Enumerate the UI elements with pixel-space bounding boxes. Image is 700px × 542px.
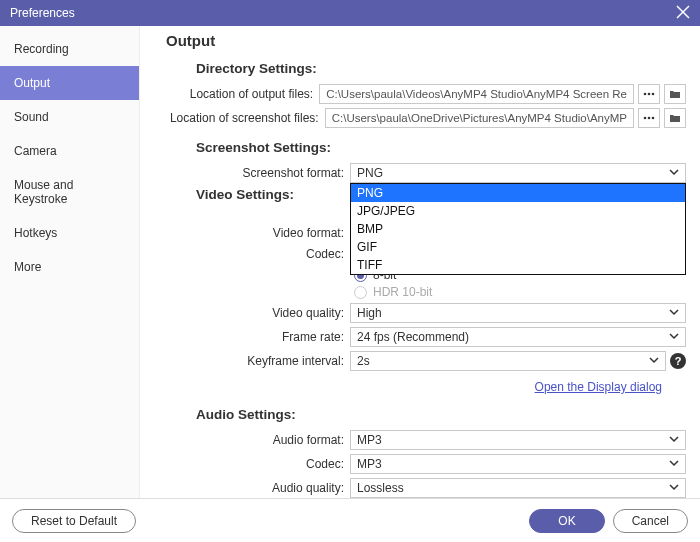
audio-format-label: Audio format: [154, 433, 350, 447]
video-quality-select[interactable]: High [350, 303, 686, 323]
sidebar-item-sound[interactable]: Sound [0, 100, 139, 134]
screenshot-path-label: Location of screenshot files: [154, 111, 325, 125]
audio-quality-label: Audio quality: [154, 481, 350, 495]
dropdown-option[interactable]: BMP [351, 220, 685, 238]
keyframe-help-button[interactable]: ? [670, 353, 686, 369]
audio-quality-select[interactable]: Lossless [350, 478, 686, 498]
window-title: Preferences [10, 6, 75, 20]
dropdown-option[interactable]: TIFF [351, 256, 685, 274]
chevron-down-icon [669, 481, 679, 495]
sidebar-item-camera[interactable]: Camera [0, 134, 139, 168]
frame-rate-label: Frame rate: [154, 330, 350, 344]
sidebar-item-hotkeys[interactable]: Hotkeys [0, 216, 139, 250]
screenshot-format-label: Screenshot format: [154, 166, 350, 180]
keyframe-interval-label: Keyframe interval: [154, 354, 350, 368]
svg-point-3 [648, 93, 651, 96]
svg-point-6 [648, 117, 651, 120]
section-screenshot: Screenshot Settings: [196, 140, 686, 155]
open-display-dialog-link[interactable]: Open the Display dialog [535, 380, 662, 394]
section-directory: Directory Settings: [196, 61, 686, 76]
sidebar-item-more[interactable]: More [0, 250, 139, 284]
video-codec-label: Codec: [154, 247, 350, 261]
output-path-field[interactable]: C:\Users\paula\Videos\AnyMP4 Studio\AnyM… [319, 84, 634, 104]
keyframe-interval-select[interactable]: 2s [350, 351, 666, 371]
ellipsis-icon [643, 88, 655, 100]
chevron-down-icon [669, 166, 679, 180]
ok-button[interactable]: OK [529, 509, 604, 533]
output-path-label: Location of output files: [154, 87, 319, 101]
main-panel: Output Directory Settings: Location of o… [140, 26, 700, 498]
sidebar: Recording Output Sound Camera Mouse and … [0, 26, 140, 498]
svg-point-4 [652, 93, 655, 96]
chevron-down-icon [649, 354, 659, 368]
chevron-down-icon [669, 457, 679, 471]
svg-point-7 [652, 117, 655, 120]
section-audio: Audio Settings: [196, 407, 686, 422]
video-quality-label: Video quality: [154, 306, 350, 320]
audio-quality-value: Lossless [357, 481, 404, 495]
sidebar-item-mouse-keystroke[interactable]: Mouse and Keystroke [0, 168, 139, 216]
dropdown-option[interactable]: GIF [351, 238, 685, 256]
dropdown-option[interactable]: JPG/JPEG [351, 202, 685, 220]
ellipsis-icon [643, 112, 655, 124]
footer: Reset to Default OK Cancel [0, 498, 700, 542]
page-title: Output [166, 32, 686, 49]
chevron-down-icon [669, 306, 679, 320]
output-path-more-button[interactable] [638, 84, 660, 104]
frame-rate-select[interactable]: 24 fps (Recommend) [350, 327, 686, 347]
svg-point-2 [644, 93, 647, 96]
titlebar: Preferences [0, 0, 700, 26]
close-button[interactable] [676, 5, 690, 22]
screenshot-format-select[interactable]: PNG [350, 163, 686, 183]
frame-rate-value: 24 fps (Recommend) [357, 330, 469, 344]
audio-codec-value: MP3 [357, 457, 382, 471]
sidebar-item-output[interactable]: Output [0, 66, 139, 100]
svg-point-5 [644, 117, 647, 120]
screenshot-format-value: PNG [357, 166, 383, 180]
video-format-label: Video format: [154, 226, 350, 240]
screenshot-path-field[interactable]: C:\Users\paula\OneDrive\Pictures\AnyMP4 … [325, 108, 634, 128]
cancel-button[interactable]: Cancel [613, 509, 688, 533]
chevron-down-icon [669, 433, 679, 447]
folder-icon [669, 88, 681, 100]
video-quality-value: High [357, 306, 382, 320]
chevron-down-icon [669, 330, 679, 344]
radio-hdr10bit[interactable]: HDR 10-bit [354, 285, 686, 299]
screenshot-path-more-button[interactable] [638, 108, 660, 128]
screenshot-path-folder-button[interactable] [664, 108, 686, 128]
sidebar-item-recording[interactable]: Recording [0, 32, 139, 66]
screenshot-format-dropdown: PNG JPG/JPEG BMP GIF TIFF [350, 183, 686, 275]
audio-codec-label: Codec: [154, 457, 350, 471]
output-path-folder-button[interactable] [664, 84, 686, 104]
audio-format-select[interactable]: MP3 [350, 430, 686, 450]
folder-icon [669, 112, 681, 124]
audio-format-value: MP3 [357, 433, 382, 447]
radio-hdr-label: HDR 10-bit [373, 285, 432, 299]
close-icon [676, 5, 690, 19]
keyframe-interval-value: 2s [357, 354, 370, 368]
dropdown-option[interactable]: PNG [351, 184, 685, 202]
radio-icon [354, 286, 367, 299]
reset-to-default-button[interactable]: Reset to Default [12, 509, 136, 533]
audio-codec-select[interactable]: MP3 [350, 454, 686, 474]
